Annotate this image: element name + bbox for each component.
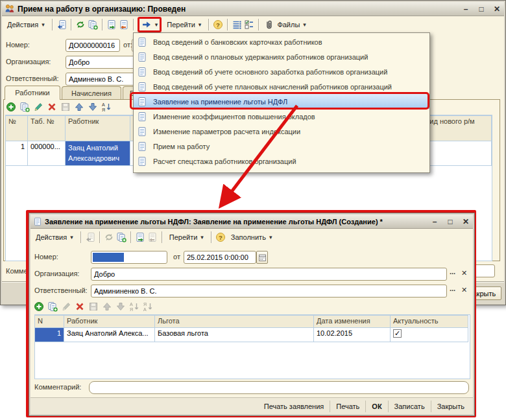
menu-item[interactable]: Прием на работу (134, 139, 429, 154)
add-row-icon[interactable] (6, 102, 16, 112)
close-icon[interactable]: ✕ (461, 217, 470, 226)
dialog-comment-input[interactable] (89, 381, 469, 394)
save-icon[interactable] (60, 102, 71, 112)
tab-accruals[interactable]: Начисления (62, 86, 121, 100)
record-movements-icon[interactable] (85, 232, 95, 242)
cell-row-benefit[interactable]: Базовая льгота (155, 328, 314, 342)
actual-checkbox[interactable]: ✓ (393, 329, 402, 338)
save-icon[interactable] (88, 301, 99, 312)
number-input[interactable] (91, 251, 167, 264)
actions-menu-button[interactable]: Действия (4, 19, 48, 30)
save-button[interactable]: Записать (388, 401, 431, 412)
move-up-icon[interactable] (102, 301, 112, 312)
minimize-button[interactable]: – (430, 217, 439, 226)
move-down-icon[interactable] (88, 102, 98, 112)
tab-workers[interactable]: Работники (5, 86, 60, 100)
calendar-button[interactable] (256, 251, 268, 264)
close-icon[interactable]: ✕ (492, 5, 501, 14)
unpost-document-icon[interactable] (147, 232, 158, 242)
minimize-button[interactable]: – (461, 5, 470, 14)
record-movements-icon[interactable] (56, 19, 67, 30)
col-header-benefit[interactable]: Льгота (155, 315, 314, 328)
refresh-icon[interactable] (75, 19, 86, 30)
organization-select-button[interactable]: ... (450, 268, 455, 275)
col-header-n[interactable]: N (35, 315, 64, 328)
document-icon (137, 111, 147, 122)
benefits-grid-toolbar (32, 300, 155, 313)
copy-row-icon[interactable] (47, 301, 58, 312)
fill-menu-button[interactable]: Заполнить (228, 232, 276, 242)
list-settings-icon[interactable] (232, 19, 242, 30)
help-icon[interactable] (215, 232, 226, 242)
dialog-title: Заявление на применение льготы НДФЛ: Зая… (45, 218, 383, 226)
responsible-label: Ответственный: (6, 75, 59, 82)
cell-row-actual[interactable]: ✓ (391, 328, 468, 342)
col-header-kind[interactable]: Вид нового р/м (422, 115, 492, 141)
menu-item[interactable]: Расчет спецстажа работников организаций (134, 154, 429, 169)
col-header-actual[interactable]: Актуальность (391, 315, 468, 328)
copy-icon[interactable] (116, 232, 126, 242)
delete-row-icon[interactable] (47, 102, 57, 112)
checklist-icon[interactable] (244, 19, 254, 30)
copy-row-icon[interactable] (19, 102, 30, 112)
organization-clear-button[interactable]: ✕ (461, 269, 467, 277)
col-header-num[interactable]: № (6, 115, 28, 141)
post-document-icon[interactable] (106, 19, 117, 30)
separator (71, 19, 71, 30)
col-header-date[interactable]: Дата изменения (314, 315, 391, 328)
menu-item[interactable]: Ввод сведений о плановых удержаниях рабо… (134, 49, 429, 64)
goto-menu-button[interactable]: Перейти (166, 232, 207, 242)
number-input[interactable]: ДО000000016 (66, 39, 120, 52)
help-icon[interactable] (213, 19, 223, 30)
menu-item[interactable]: Изменение параметров расчета индексации (134, 124, 429, 139)
col-header-worker[interactable]: Работник (66, 115, 130, 141)
organization-label: Организация: (34, 270, 79, 277)
cell-row-num[interactable]: 1 (6, 141, 28, 166)
cell-row-n[interactable]: 1 (35, 328, 64, 342)
sort-az-icon[interactable] (101, 102, 112, 112)
goto-menu-button[interactable]: Перейти (163, 19, 204, 30)
maximize-button[interactable]: □ (446, 217, 455, 226)
cell-row-tabnum[interactable]: 000000... (28, 141, 66, 166)
responsible-clear-button[interactable]: ✕ (461, 286, 467, 294)
print-button[interactable]: Печать (330, 401, 365, 412)
edit-row-icon[interactable] (61, 301, 71, 312)
main-toolbar: Действия Перейти Файлы (2, 16, 499, 33)
organization-input[interactable]: Добро (91, 268, 447, 281)
unpost-document-icon[interactable] (119, 19, 129, 30)
separator (227, 19, 228, 30)
date-input[interactable]: 25.02.2015 0:00:00 (184, 251, 256, 264)
add-row-icon[interactable] (34, 301, 44, 312)
edit-row-icon[interactable] (33, 102, 43, 112)
move-up-icon[interactable] (74, 102, 84, 112)
print-application-button[interactable]: Печать заявления (258, 401, 330, 412)
menu-item-ndfl-benefit[interactable]: Заявление на применение льготы НДФЛ (134, 94, 429, 109)
cell-row-kind[interactable] (422, 141, 492, 166)
sort-az-icon[interactable] (129, 301, 139, 312)
close-button[interactable]: Закрыть (431, 401, 470, 412)
copy-icon[interactable] (88, 19, 98, 30)
ok-button[interactable]: ОК (365, 401, 387, 412)
cell-row-worker[interactable]: Заяц Анатолий Алекса... (64, 328, 155, 342)
main-titlebar: Прием на работу в организацию: Проведен … (2, 2, 504, 16)
col-header-tabnum[interactable]: Таб. № (28, 115, 66, 141)
col-header-worker[interactable]: Работник (64, 315, 155, 328)
menu-item[interactable]: Изменение коэффициентов повышения окладо… (134, 109, 429, 124)
annotation-highlight-dialog: Заявление на применение льготы НДФЛ: Зая… (26, 210, 476, 417)
cell-row-worker[interactable]: Заяц Анатолий Александрович (66, 141, 130, 166)
maximize-button[interactable]: □ (477, 5, 486, 14)
post-document-icon[interactable] (135, 232, 145, 242)
responsible-input[interactable]: Админиненко В. С. (91, 285, 447, 298)
move-down-icon[interactable] (115, 301, 126, 312)
menu-item[interactable]: Ввод сведений об учете основного заработ… (134, 64, 429, 79)
go-button[interactable] (138, 17, 162, 32)
delete-row-icon[interactable] (75, 301, 85, 312)
responsible-select-button[interactable]: ... (450, 285, 455, 292)
document-icon (33, 217, 42, 226)
cell-row-date[interactable]: 10.02.2015 (314, 328, 391, 342)
sort-za-icon[interactable] (143, 301, 153, 312)
menu-item[interactable]: Ввод сведений о банковских карточках раб… (134, 34, 429, 49)
actions-menu-button[interactable]: Действия (32, 232, 77, 242)
refresh-icon[interactable] (104, 232, 114, 242)
files-button[interactable]: Файлы (263, 18, 309, 31)
